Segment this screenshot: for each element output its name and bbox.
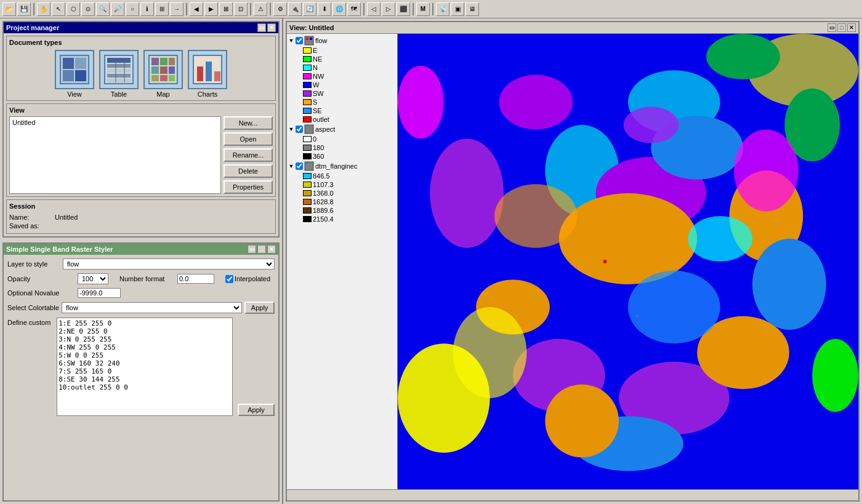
toolbar-btn-update[interactable]: 🔄 — [303, 2, 316, 16]
svg-rect-31 — [305, 162, 313, 170]
tree-layer-flow-header[interactable]: ▼ flow — [288, 35, 396, 46]
close-button[interactable]: ✕ — [267, 23, 276, 32]
toolbar-btn-map2[interactable]: 🗺 — [347, 2, 361, 16]
doc-type-view[interactable]: View — [55, 50, 94, 98]
interpolated-text: Interpolated — [235, 275, 270, 282]
toolbar-btn-zoom-next[interactable]: ▶ — [204, 2, 218, 16]
delete-button[interactable]: Delete — [224, 164, 273, 178]
toolbar-btn-new[interactable]: 📂 — [2, 2, 16, 16]
toolbar-btn-zoom-full[interactable]: ⊠ — [219, 2, 233, 16]
svg-point-67 — [734, 129, 799, 211]
flow-checkbox[interactable] — [296, 37, 303, 44]
flow-W-color — [303, 82, 312, 88]
toolbar-btn-warn[interactable]: ⚠ — [254, 2, 267, 16]
toolbar-btn-grid[interactable]: ⊞ — [155, 2, 169, 16]
list-item[interactable]: Untitled — [11, 118, 219, 127]
toolbar-btn-download[interactable]: ⬇ — [318, 2, 331, 16]
map-icon — [143, 50, 183, 89]
toolbar-btn-fwd[interactable]: ▷ — [382, 2, 395, 16]
rename-button[interactable]: Rename... — [224, 148, 273, 162]
new-button[interactable]: New... — [224, 116, 273, 130]
toolbar-btn-arrow[interactable]: → — [170, 2, 183, 16]
open-button[interactable]: Open — [224, 132, 273, 146]
interpolated-checkbox[interactable] — [225, 275, 233, 283]
toolbar-btn-M[interactable]: M — [416, 2, 430, 16]
dtm-checkbox[interactable] — [296, 162, 303, 170]
toolbar-btn-zoom-in[interactable]: 🔍 — [96, 2, 110, 16]
doc-type-table[interactable]: Table — [99, 50, 139, 98]
map-canvas — [398, 34, 858, 489]
toolbar-btn-zoom-out[interactable]: 🔎 — [111, 2, 124, 16]
toolbar-btn-select[interactable]: ↖ — [52, 2, 65, 16]
svg-rect-62 — [398, 34, 858, 489]
toolbar-btn-back[interactable]: ◁ — [367, 2, 381, 16]
aspect-expand-icon: ▼ — [288, 126, 294, 132]
number-format-input[interactable] — [177, 274, 214, 284]
left-panel: Project manager ▭ ✕ Document types — [0, 18, 283, 504]
toolbar-sep-2 — [186, 3, 187, 15]
restore-button[interactable]: ▭ — [257, 23, 266, 32]
aspect-0-label: 0 — [313, 135, 396, 143]
dtm-18896-color — [303, 207, 312, 214]
flow-N-color — [303, 65, 312, 71]
flow-layer-label: flow — [315, 37, 396, 44]
dtm-8465-color — [303, 173, 312, 179]
toolbar-btn-antenna[interactable]: 📡 — [436, 2, 449, 16]
doc-type-map[interactable]: Map — [143, 50, 183, 98]
toolbar-btn-query[interactable]: ℹ — [140, 2, 154, 16]
dtm-legend-items: 846.5 1107.3 1368.0 1628.8 — [288, 172, 396, 223]
apply-button-1[interactable]: Apply — [244, 302, 275, 314]
main-layout: Project manager ▭ ✕ Document types — [0, 18, 862, 504]
toolbar-btn-ext[interactable]: 🖥 — [465, 2, 479, 16]
svg-rect-2 — [75, 58, 86, 69]
map-maximize-btn[interactable]: □ — [837, 23, 846, 32]
styler-maximize-btn[interactable]: □ — [257, 245, 266, 254]
styler-restore-btn[interactable]: ▭ — [248, 245, 256, 254]
dtm-16288-label: 1628.8 — [313, 198, 396, 206]
dtm-21504-label: 2150.4 — [313, 215, 396, 223]
toolbar-btn-zoom-prev[interactable]: ◀ — [190, 2, 203, 16]
aspect-checkbox[interactable] — [296, 126, 303, 133]
toolbar-btn-globe[interactable]: 🌐 — [332, 2, 346, 16]
properties-button[interactable]: Properties — [224, 180, 273, 194]
toolbar-btn-plugin[interactable]: 🔌 — [288, 2, 302, 16]
toolbar-btn-zoom-sel[interactable]: ⊡ — [234, 2, 248, 16]
dtm-18896-label: 1889.6 — [313, 207, 396, 214]
interpolated-label: Interpolated — [225, 275, 270, 283]
toolbar-btn-poly[interactable]: ⬡ — [66, 2, 80, 16]
flow-legend-S: S — [303, 98, 396, 106]
toolbar-btn-settings[interactable]: ⚙ — [273, 2, 287, 16]
dtm-16288-color — [303, 199, 312, 205]
toolbar-btn-lasso[interactable]: ⊙ — [81, 2, 95, 16]
flow-E-label: E — [313, 47, 396, 54]
toolbar-btn-circle[interactable]: ○ — [126, 2, 139, 16]
map-restore-btn[interactable]: ▭ — [828, 23, 836, 32]
tree-layer-aspect-header[interactable]: ▼ aspect — [288, 124, 396, 135]
right-panel: View: Untitled ▭ □ ✕ ▼ flow — [283, 18, 862, 504]
dtm-expand-icon: ▼ — [288, 163, 294, 169]
layer-to-style-select[interactable]: flow — [63, 258, 275, 270]
toolbar-btn-hand[interactable]: ✋ — [37, 2, 50, 16]
dtm-8465-label: 846.5 — [313, 172, 396, 180]
svg-rect-15 — [160, 58, 167, 65]
map-title: View: Untitled — [289, 24, 334, 31]
svg-rect-21 — [160, 75, 167, 81]
tree-layer-dtm-header[interactable]: ▼ dtm_flanginec — [288, 161, 396, 172]
apply-button-2[interactable]: Apply — [238, 404, 275, 416]
colortable-select[interactable]: flow — [62, 302, 242, 313]
toolbar-btn-win[interactable]: ▣ — [451, 2, 464, 16]
doc-type-charts[interactable]: Charts — [188, 50, 227, 98]
document-types-section: Document types View — [6, 36, 276, 101]
flow-S-label: S — [313, 98, 396, 106]
novalue-input[interactable] — [78, 288, 121, 298]
styler-close-btn[interactable]: ✕ — [267, 245, 276, 254]
custom-textarea[interactable]: 1:E 255 255 0 2:NE 0 255 0 3:N 0 255 255… — [57, 318, 233, 416]
flow-outlet-color — [303, 116, 312, 122]
toolbar-btn-save[interactable]: 💾 — [17, 2, 31, 16]
define-custom-label: Define custom — [7, 319, 54, 326]
table-label: Table — [111, 90, 127, 98]
map-close-btn[interactable]: ✕ — [847, 23, 856, 32]
toolbar-btn-stop[interactable]: ⬛ — [397, 2, 410, 16]
opacity-select[interactable]: 100 — [78, 273, 108, 284]
aspect-0-color — [303, 136, 312, 142]
